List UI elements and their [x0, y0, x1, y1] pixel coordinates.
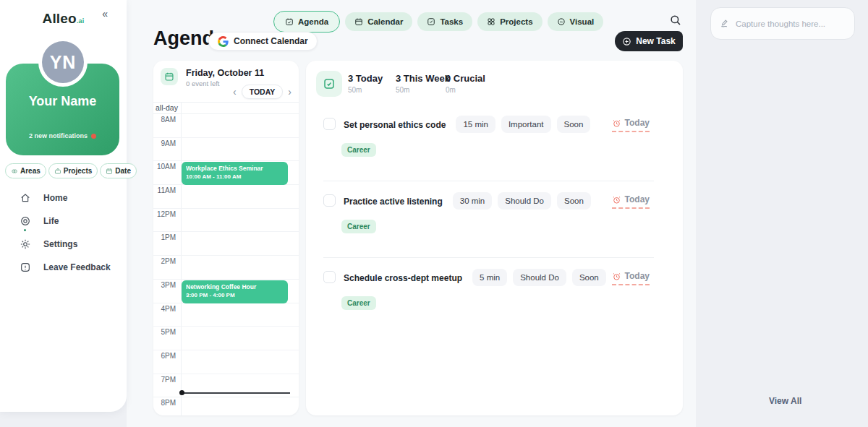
agenda-icon	[285, 17, 294, 26]
pomodoro-alarm-icon	[612, 272, 621, 281]
time-slot: 2PM	[153, 256, 299, 280]
event-title: Workplace Ethics Seminar	[186, 165, 284, 172]
notifications-label: 2 new notifications	[29, 132, 88, 139]
tasks-icon	[427, 17, 435, 26]
time-slot: 6PM	[153, 350, 299, 374]
calendar-event[interactable]: Networking Coffee Hour 3:00 PM - 4:00 PM	[182, 280, 288, 303]
time-slot: 12PM	[153, 209, 299, 233]
task-urgency-badge[interactable]: Soon	[557, 192, 591, 210]
task-duration-badge[interactable]: 15 min	[456, 116, 495, 133]
task-main: Practice active listening 30 min Should …	[344, 192, 605, 210]
user-name: Your Name	[6, 94, 119, 109]
sidebar-filters: Areas Projects Date	[5, 163, 122, 178]
sidebar-item-label: Life	[43, 216, 59, 226]
task-checkbox[interactable]	[323, 271, 336, 283]
task-row[interactable]: Practice active listening 30 min Should …	[306, 192, 683, 269]
logo-suffix: .ai	[77, 17, 85, 25]
tab-label: Tasks	[440, 17, 463, 26]
task-urgency-badge[interactable]: Soon	[557, 116, 591, 133]
stat-minutes: 50m	[348, 86, 383, 94]
sidebar-item-settings[interactable]: Settings	[20, 236, 111, 253]
time-slot: 4PM	[153, 303, 299, 327]
calendar-event[interactable]: Workplace Ethics Seminar 10:00 AM - 11:0…	[182, 162, 288, 185]
task-row[interactable]: Schedule cross-dept meetup 5 min Should …	[306, 269, 683, 345]
task-urgency-badge[interactable]: Soon	[572, 269, 606, 286]
tab-label: Projects	[500, 17, 532, 26]
sidebar: Alleo.ai « YN Your Name 2 new notificati…	[0, 0, 127, 412]
task-checkbox[interactable]	[323, 194, 336, 207]
tab-calendar[interactable]: Calendar	[345, 12, 412, 31]
tab-label: Agenda	[298, 17, 328, 26]
tab-tasks[interactable]: Tasks	[417, 12, 472, 31]
filter-date-button[interactable]: Date	[100, 163, 137, 178]
filter-areas-button[interactable]: Areas	[5, 163, 46, 178]
tab-visual[interactable]: Visual	[548, 12, 604, 31]
event-time: 3:00 PM - 4:00 PM	[186, 292, 284, 298]
prev-day-button[interactable]: ‹	[233, 87, 237, 97]
tab-label: Visual	[570, 17, 595, 26]
task-priority-badge[interactable]: Should Do	[513, 269, 566, 286]
time-label: 6PM	[153, 352, 176, 360]
time-label: 12PM	[153, 210, 176, 218]
stat-minutes: 0m	[446, 86, 485, 94]
new-task-label: New Task	[636, 36, 675, 46]
time-label: 1PM	[153, 233, 176, 241]
app-root: Agenda Calendar Tasks Projects Visual Ag…	[0, 0, 868, 427]
tab-projects[interactable]: Projects	[477, 12, 542, 31]
task-main: Set personal ethics code 15 min Importan…	[344, 116, 605, 133]
time-label: 3PM	[153, 281, 176, 289]
task-duration-badge[interactable]: 5 min	[472, 269, 507, 286]
search-icon[interactable]	[669, 14, 682, 27]
filter-projects-button[interactable]: Projects	[48, 163, 98, 178]
avatar[interactable]: YN	[42, 41, 84, 83]
task-tag[interactable]: Career	[341, 220, 376, 233]
stat-label: 3 This Week	[396, 73, 450, 84]
task-checkbox[interactable]	[323, 118, 336, 130]
task-main: Schedule cross-dept meetup 5 min Should …	[344, 269, 605, 286]
collapse-sidebar-button[interactable]: «	[102, 8, 108, 20]
grid-icon	[487, 17, 495, 26]
home-icon	[20, 192, 31, 204]
task-tag[interactable]: Career	[341, 143, 376, 157]
task-row[interactable]: Set personal ethics code 15 min Importan…	[306, 116, 683, 192]
logo-text: Alleo	[42, 11, 76, 26]
connect-calendar-label: Connect Calendar	[234, 36, 308, 46]
task-tag[interactable]: Career	[341, 296, 376, 310]
time-label: 8AM	[153, 116, 176, 124]
capture-input-wrap[interactable]	[710, 7, 855, 40]
day-grid: all-day 8AM 9AM 10AM 11AM 12PM 1PM 2PM 3…	[153, 102, 299, 415]
stat-label: 3 Today	[348, 73, 383, 84]
task-badges: 5 min Should Do Soon	[472, 269, 606, 286]
capture-input[interactable]	[736, 20, 846, 28]
task-priority-badge[interactable]: Important	[501, 116, 551, 133]
new-task-button[interactable]: New Task	[615, 31, 683, 51]
time-label: 7PM	[153, 376, 176, 384]
sidebar-item-home[interactable]: Home	[20, 189, 111, 207]
sidebar-item-leave-feedback[interactable]: Leave Feedback	[20, 259, 111, 276]
current-time-indicator	[181, 392, 290, 394]
today-button[interactable]: TODAY	[242, 85, 284, 99]
all-day-row: all-day	[153, 103, 299, 114]
time-slot: 8PM	[153, 397, 299, 415]
time-slot: 1PM	[153, 232, 299, 256]
sidebar-item-life[interactable]: Life	[20, 212, 111, 230]
feedback-icon	[20, 262, 31, 273]
task-due-label: Today	[625, 194, 650, 204]
view-all-link[interactable]: View All	[769, 396, 801, 406]
sidebar-item-label: Leave Feedback	[43, 262, 111, 272]
calendar-icon	[354, 17, 363, 26]
task-priority-badge[interactable]: Should Do	[498, 192, 551, 210]
capture-pen-icon	[720, 19, 730, 29]
notifications-status[interactable]: 2 new notifications	[6, 132, 119, 139]
check-square-icon	[316, 71, 342, 97]
tab-agenda[interactable]: Agenda	[273, 11, 340, 33]
task-due-chip[interactable]: Today	[612, 118, 650, 132]
connect-calendar-button[interactable]: Connect Calendar	[208, 32, 318, 51]
sidebar-item-label: Settings	[43, 239, 77, 249]
task-duration-badge[interactable]: 30 min	[453, 192, 493, 210]
task-due-chip[interactable]: Today	[612, 194, 650, 209]
task-title: Practice active listening	[344, 192, 443, 207]
next-day-button[interactable]: ›	[288, 87, 292, 97]
task-due-chip[interactable]: Today	[612, 271, 650, 285]
plus-circle-icon	[622, 37, 631, 46]
